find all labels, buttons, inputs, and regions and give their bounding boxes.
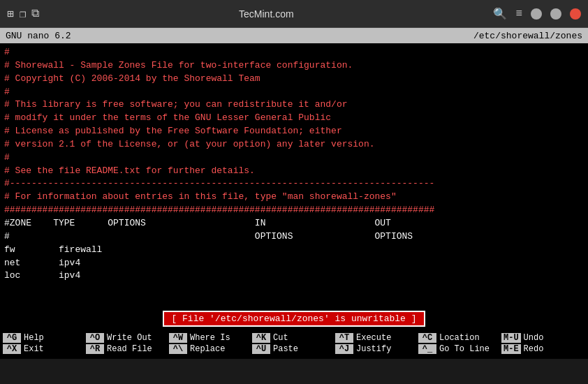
label-cut: Cut <box>273 333 288 343</box>
nano-version: GNU nano 6.2 <box>6 31 71 41</box>
titlebar: ⊞ ❐ ⧉ TecMint.com 🔍 ≡ <box>0 0 588 28</box>
line-9: # <box>4 152 584 165</box>
menu-icon[interactable]: ≡ <box>515 8 522 20</box>
shortcut-undo: M-U Undo <box>501 333 582 343</box>
key-m-u: M-U <box>501 333 521 343</box>
nano-topbar: GNU nano 6.2 /etc/shorewall/zones <box>0 28 588 43</box>
key-ctrl-w: ^W <box>169 333 187 343</box>
shortcut-write-out: ^O Write Out <box>86 333 166 343</box>
titlebar-right: 🔍 ≡ <box>493 7 581 21</box>
label-write-out: Write Out <box>107 333 152 343</box>
shortcut-replace: ^\ Replace <box>169 344 249 354</box>
editor-area[interactable]: # # Shorewall - Sample Zones File for tw… <box>0 43 588 309</box>
label-justify: Justify <box>356 344 391 354</box>
line-11: #---------------------------------------… <box>4 177 584 191</box>
label-where-is: Where Is <box>190 333 230 343</box>
label-execute: Execute <box>356 333 391 343</box>
shortcut-help: ^G Help <box>3 333 83 343</box>
label-location: Location <box>439 333 480 343</box>
key-ctrl-c: ^C <box>418 333 436 343</box>
line-8: # version 2.1 of the License, or (at you… <box>4 138 584 152</box>
line-12: # For information about entries in this … <box>4 191 584 204</box>
label-goto-line: Go To Line <box>439 344 490 354</box>
line-4: # <box>4 86 584 99</box>
shortcut-redo: M-E Redo <box>501 344 582 354</box>
shortcuts-panel: ^G Help ^O Write Out ^W Where Is ^K Cut … <box>0 328 588 359</box>
line-14: #ZONE TYPE OPTIONS IN OUT <box>4 217 584 230</box>
label-redo: Redo <box>524 344 544 354</box>
line-16-fw: fw firewall <box>4 244 584 257</box>
shortcut-read-file: ^R Read File <box>86 344 166 354</box>
label-help: Help <box>24 333 44 343</box>
line-2: # Shorewall - Sample Zones File for two-… <box>4 59 584 73</box>
line-18-loc: loc ipv4 <box>4 269 584 283</box>
key-ctrl-t: ^T <box>335 333 353 343</box>
app-title: TecMint.com <box>239 8 294 20</box>
line-5: # This library is free software; you can… <box>4 98 584 112</box>
label-replace: Replace <box>190 344 225 354</box>
split-tab-icon[interactable]: ⧉ <box>31 7 39 20</box>
key-m-e: M-E <box>501 344 521 354</box>
search-icon[interactable]: 🔍 <box>493 7 507 21</box>
shortcut-paste: ^U Paste <box>252 344 332 354</box>
shortcut-cut: ^K Cut <box>252 333 332 343</box>
line-15: # OPTIONS OPTIONS <box>4 230 584 244</box>
key-ctrl-underscore: ^_ <box>418 344 436 354</box>
shortcut-where-is: ^W Where Is <box>169 333 249 343</box>
close-button[interactable] <box>570 8 581 20</box>
maximize-button[interactable] <box>550 8 561 20</box>
line-1: # <box>4 46 584 59</box>
file-path: /etc/shorewall/zones <box>473 31 582 41</box>
key-ctrl-r: ^R <box>86 344 104 354</box>
label-paste: Paste <box>273 344 298 354</box>
key-ctrl-backslash: ^\ <box>169 344 187 354</box>
key-ctrl-x: ^X <box>3 344 21 354</box>
key-ctrl-j: ^J <box>335 344 353 354</box>
label-read-file: Read File <box>107 344 152 354</box>
minimize-button[interactable] <box>531 8 542 20</box>
titlebar-left: ⊞ ❐ ⧉ <box>7 7 39 21</box>
shortcut-exit: ^X Exit <box>3 344 83 354</box>
line-13: ########################################… <box>4 204 584 217</box>
shortcut-location: ^C Location <box>418 333 499 343</box>
line-7: # License as published by the Free Softw… <box>4 125 584 138</box>
status-bar: [ File '/etc/shorewall/zones' is unwrita… <box>0 309 588 328</box>
label-exit: Exit <box>24 344 44 354</box>
line-6: # modify it under the terms of the GNU L… <box>4 112 584 125</box>
duplicate-tab-icon[interactable]: ❐ <box>20 7 27 21</box>
line-17-net: net ipv4 <box>4 257 584 270</box>
status-message: [ File '/etc/shorewall/zones' is unwrita… <box>163 311 425 327</box>
shortcut-row-2: ^X Exit ^R Read File ^\ Replace ^U Paste… <box>0 344 588 355</box>
label-undo: Undo <box>524 333 544 343</box>
shortcut-goto-line: ^_ Go To Line <box>418 344 499 354</box>
shortcut-justify: ^J Justify <box>335 344 416 354</box>
key-ctrl-o: ^O <box>86 333 104 343</box>
key-ctrl-g: ^G <box>3 333 21 343</box>
key-ctrl-u: ^U <box>252 344 270 354</box>
shortcut-row-1: ^G Help ^O Write Out ^W Where Is ^K Cut … <box>0 332 588 344</box>
key-ctrl-k: ^K <box>252 333 270 343</box>
shortcut-execute: ^T Execute <box>335 333 416 343</box>
new-tab-icon[interactable]: ⊞ <box>7 7 14 21</box>
line-10: # See the file README.txt for further de… <box>4 165 584 178</box>
line-3: # Copyright (C) 2006-2014 by the Shorewa… <box>4 73 584 86</box>
